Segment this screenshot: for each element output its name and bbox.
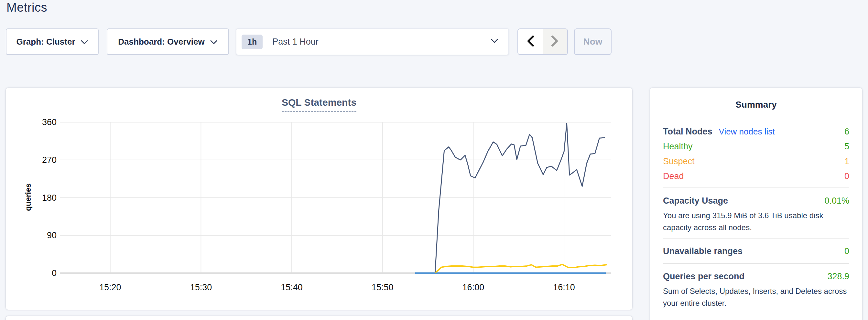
chevron-down-icon [210, 37, 218, 47]
dead-value: 0 [844, 171, 849, 181]
series-low-yellow [435, 264, 607, 273]
total-nodes-value: 6 [844, 127, 849, 137]
queries-per-second-label: Queries per second [663, 271, 744, 282]
x-tick-label: 15:20 [88, 283, 133, 292]
suspect-label: Suspect [663, 156, 695, 166]
divider [663, 263, 849, 264]
unavailable-ranges-value: 0 [844, 246, 849, 256]
healthy-value: 5 [844, 141, 849, 152]
x-tick-label: 16:10 [541, 283, 587, 292]
chevron-right-icon [551, 35, 559, 48]
healthy-nodes-row: Healthy 5 [663, 139, 849, 154]
chart-title[interactable]: SQL Statements [282, 97, 356, 112]
dead-label: Dead [663, 171, 684, 181]
total-nodes-row: Total Nodes View nodes list 6 [663, 124, 849, 139]
next-chart-card [6, 316, 632, 320]
x-tick-label: 15:30 [178, 283, 223, 292]
chevron-down-icon [81, 37, 88, 47]
unavailable-ranges-row: Unavailable ranges 0 [663, 244, 849, 259]
chart-title-wrap: SQL Statements [6, 97, 632, 112]
queries-per-second-description: Sum of Selects, Updates, Inserts, and De… [663, 285, 849, 309]
sql-statements-plot[interactable] [60, 116, 611, 278]
y-tick-label: 180 [8, 193, 57, 203]
y-tick-label: 0 [8, 268, 57, 278]
x-tick-label: 16:00 [451, 283, 496, 292]
page-title: Metrics [6, 1, 47, 14]
capacity-usage-value: 0.01% [824, 196, 849, 206]
divider [663, 238, 849, 238]
y-tick-label: 90 [8, 230, 57, 241]
time-range-label: Past 1 Hour [272, 37, 491, 47]
view-nodes-list-link[interactable]: View nodes list [719, 127, 775, 137]
time-range-badge: 1h [242, 35, 262, 49]
divider [663, 188, 849, 188]
y-tick-label: 270 [8, 155, 57, 165]
dashboard-dropdown-label: Dashboard: Overview [118, 37, 205, 47]
suspect-nodes-row: Suspect 1 [663, 154, 849, 169]
now-button[interactable]: Now [574, 28, 612, 55]
queries-per-second-value: 328.9 [827, 271, 849, 282]
x-tick-label: 15:50 [360, 283, 405, 292]
node-status-rows: Total Nodes View nodes list 6 Healthy 5 … [663, 124, 849, 184]
summary-title: Summary [663, 100, 849, 110]
queries-per-second-row: Queries per second 328.9 [663, 269, 849, 284]
dead-nodes-row: Dead 0 [663, 169, 849, 184]
graph-dropdown[interactable]: Graph: Cluster [6, 28, 99, 55]
total-nodes-label: Total Nodes [663, 127, 712, 137]
suspect-value: 1 [844, 156, 849, 166]
healthy-label: Healthy [663, 141, 693, 152]
dashboard-dropdown[interactable]: Dashboard: Overview [107, 28, 229, 55]
summary-panel: Summary Total Nodes View nodes list 6 He… [650, 88, 862, 320]
unavailable-ranges-label: Unavailable ranges [663, 246, 743, 256]
previous-time-button[interactable] [518, 29, 542, 54]
x-tick-label: 15:40 [269, 283, 314, 292]
chevron-left-icon [526, 35, 534, 48]
sql-statements-chart-card: SQL Statements queries 09018027036015:20… [6, 88, 632, 310]
metrics-page: { "page": { "title": "Metrics" }, "toolb… [0, 0, 868, 320]
capacity-usage-row: Capacity Usage 0.01% [663, 193, 849, 208]
time-range-selector[interactable]: 1h Past 1 Hour [236, 28, 509, 55]
next-time-button[interactable] [542, 29, 567, 54]
capacity-usage-label: Capacity Usage [663, 196, 728, 206]
capacity-usage-description: You are using 315.9 MiB of 3.6 TiB usabl… [663, 210, 849, 233]
chevron-down-icon [491, 39, 498, 44]
graph-dropdown-label: Graph: Cluster [16, 37, 75, 47]
time-step-buttons [518, 28, 568, 55]
y-tick-label: 360 [8, 117, 57, 127]
